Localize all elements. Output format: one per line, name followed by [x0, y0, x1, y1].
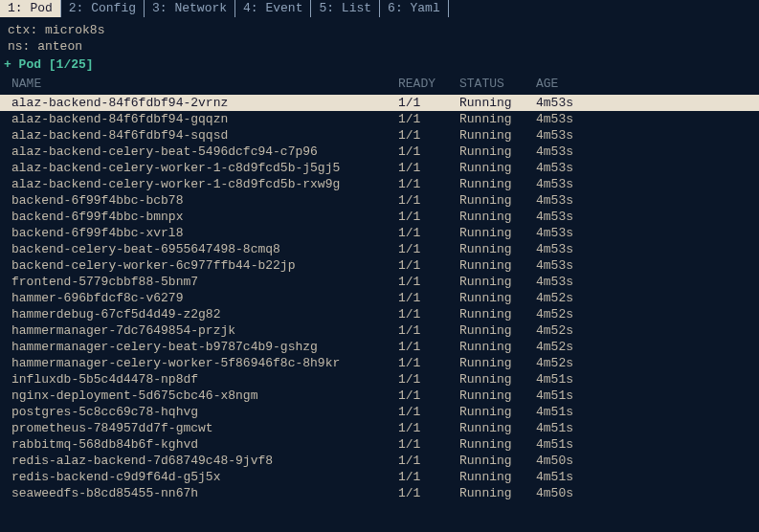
table-row[interactable]: alaz-backend-celery-beat-5496dcfc94-c7p9… [0, 144, 759, 160]
pod-name: backend-6f99f4bbc-bmnpx [11, 209, 398, 225]
table-row[interactable]: hammerdebug-67cf5d4d49-z2g821/1Running4m… [0, 306, 759, 322]
table-row[interactable]: alaz-backend-84f6fdbf94-2vrnz1/1Running4… [0, 95, 759, 111]
pod-table: NAME READY STATUS AGE alaz-backend-84f6f… [0, 76, 759, 501]
pod-status: Running [459, 420, 536, 436]
table-row[interactable]: hammermanager-celery-beat-b9787c4b9-gshz… [0, 339, 759, 355]
pod-age: 4m53s [536, 127, 613, 144]
table-row[interactable]: hammermanager-7dc7649854-przjk1/1Running… [0, 322, 759, 339]
table-row[interactable]: hammermanager-celery-worker-5f86946f8c-8… [0, 355, 759, 371]
table-row[interactable]: alaz-backend-celery-worker-1-c8d9fcd5b-j… [0, 160, 759, 176]
pod-status: Running [459, 160, 536, 176]
pod-ready: 1/1 [398, 241, 459, 257]
pod-age: 4m51s [536, 404, 613, 420]
pod-age: 4m50s [536, 453, 613, 469]
pod-age: 4m52s [536, 306, 613, 322]
table-row[interactable]: alaz-backend-celery-worker-1-c8d9fcd5b-r… [0, 176, 759, 192]
tab-config[interactable]: 2: Config [60, 0, 144, 17]
pod-name: influxdb-5b5c4d4478-np8df [11, 371, 398, 388]
table-row[interactable]: backend-6f99f4bbc-bmnpx1/1Running4m53s [0, 209, 759, 225]
tab-list[interactable]: 5: List [310, 0, 379, 17]
pod-status: Running [459, 257, 536, 274]
table-row[interactable]: alaz-backend-84f6fdbf94-gqqzn1/1Running4… [0, 111, 759, 127]
table-row[interactable]: redis-alaz-backend-7d68749c48-9jvf81/1Ru… [0, 453, 759, 469]
pod-name: backend-celery-beat-6955647498-8cmq8 [11, 241, 398, 257]
tab-pod[interactable]: 1: Pod [0, 0, 60, 17]
tab-network[interactable]: 3: Network [144, 0, 234, 17]
pod-ready: 1/1 [398, 111, 459, 127]
col-header-name: NAME [11, 76, 398, 92]
table-row[interactable]: alaz-backend-84f6fdbf94-sqqsd1/1Running4… [0, 127, 759, 144]
table-row[interactable]: backend-6f99f4bbc-xvrl81/1Running4m53s [0, 225, 759, 241]
table-row[interactable]: prometheus-784957dd7f-gmcwt1/1Running4m5… [0, 420, 759, 436]
table-row[interactable]: hammer-696bfdcf8c-v62791/1Running4m52s [0, 290, 759, 306]
pod-status: Running [459, 322, 536, 339]
table-row[interactable]: postgres-5c8cc69c78-hqhvg1/1Running4m51s [0, 404, 759, 420]
pod-status: Running [459, 485, 536, 501]
pod-ready: 1/1 [398, 144, 459, 160]
pod-age: 4m53s [536, 225, 613, 241]
pod-name: nginx-deployment-5d675cbc46-x8ngm [11, 388, 398, 404]
table-row[interactable]: influxdb-5b5c4d4478-np8df1/1Running4m51s [0, 371, 759, 388]
table-row[interactable]: nginx-deployment-5d675cbc46-x8ngm1/1Runn… [0, 388, 759, 404]
table-row[interactable]: backend-6f99f4bbc-bcb781/1Running4m53s [0, 192, 759, 209]
table-row[interactable]: backend-celery-worker-6c977ffb44-b22jp1/… [0, 257, 759, 274]
table-row[interactable]: redis-backend-c9d9f64d-g5j5x1/1Running4m… [0, 469, 759, 485]
pod-ready: 1/1 [398, 290, 459, 306]
ns-label: ns: [8, 39, 30, 54]
pod-ready: 1/1 [398, 127, 459, 144]
pod-age: 4m53s [536, 95, 613, 111]
pod-age: 4m53s [536, 257, 613, 274]
pod-status: Running [459, 95, 536, 111]
pod-ready: 1/1 [398, 160, 459, 176]
pod-age: 4m51s [536, 388, 613, 404]
pod-age: 4m52s [536, 290, 613, 306]
tab-yaml[interactable]: 6: Yaml [379, 0, 449, 17]
pod-status: Running [459, 469, 536, 485]
pod-name: redis-backend-c9d9f64d-g5j5x [11, 469, 398, 485]
pod-status: Running [459, 404, 536, 420]
pod-age: 4m53s [536, 274, 613, 290]
pod-name: alaz-backend-84f6fdbf94-sqqsd [11, 127, 398, 144]
pod-ready: 1/1 [398, 257, 459, 274]
pod-ready: 1/1 [398, 371, 459, 388]
pod-age: 4m51s [536, 420, 613, 436]
table-row[interactable]: backend-celery-beat-6955647498-8cmq81/1R… [0, 241, 759, 257]
pod-name: hammer-696bfdcf8c-v6279 [11, 290, 398, 306]
pod-name: postgres-5c8cc69c78-hqhvg [11, 404, 398, 420]
pod-status: Running [459, 209, 536, 225]
pod-status: Running [459, 339, 536, 355]
pod-ready: 1/1 [398, 485, 459, 501]
pod-age: 4m53s [536, 111, 613, 127]
pod-status: Running [459, 436, 536, 453]
table-row[interactable]: seaweedfs-b8cd85455-nn67h1/1Running4m50s [0, 485, 759, 501]
pod-ready: 1/1 [398, 339, 459, 355]
pod-age: 4m53s [536, 160, 613, 176]
pod-ready: 1/1 [398, 322, 459, 339]
pod-name: alaz-backend-84f6fdbf94-2vrnz [11, 95, 398, 111]
col-header-ready: READY [398, 76, 459, 92]
pod-ready: 1/1 [398, 306, 459, 322]
pod-name: alaz-backend-celery-worker-1-c8d9fcd5b-j… [11, 160, 398, 176]
pod-status: Running [459, 274, 536, 290]
pod-status: Running [459, 241, 536, 257]
pod-age: 4m50s [536, 485, 613, 501]
pod-status: Running [459, 388, 536, 404]
pod-status: Running [459, 453, 536, 469]
col-header-age: AGE [536, 76, 613, 92]
pod-age: 4m51s [536, 469, 613, 485]
pod-ready: 1/1 [398, 225, 459, 241]
pod-age: 4m52s [536, 355, 613, 371]
pod-age: 4m52s [536, 339, 613, 355]
table-row[interactable]: rabbitmq-568db84b6f-kghvd1/1Running4m51s [0, 436, 759, 453]
pod-ready: 1/1 [398, 453, 459, 469]
pod-age: 4m52s [536, 322, 613, 339]
pod-name: rabbitmq-568db84b6f-kghvd [11, 436, 398, 453]
pod-ready: 1/1 [398, 274, 459, 290]
table-row[interactable]: frontend-5779cbbf88-5bnm71/1Running4m53s [0, 274, 759, 290]
pod-status: Running [459, 127, 536, 144]
pod-status: Running [459, 144, 536, 160]
pod-status: Running [459, 306, 536, 322]
tab-event[interactable]: 4: Event [234, 0, 310, 17]
section-title: + Pod [1/25] [0, 55, 759, 74]
pod-name: hammermanager-celery-beat-b9787c4b9-gshz… [11, 339, 398, 355]
